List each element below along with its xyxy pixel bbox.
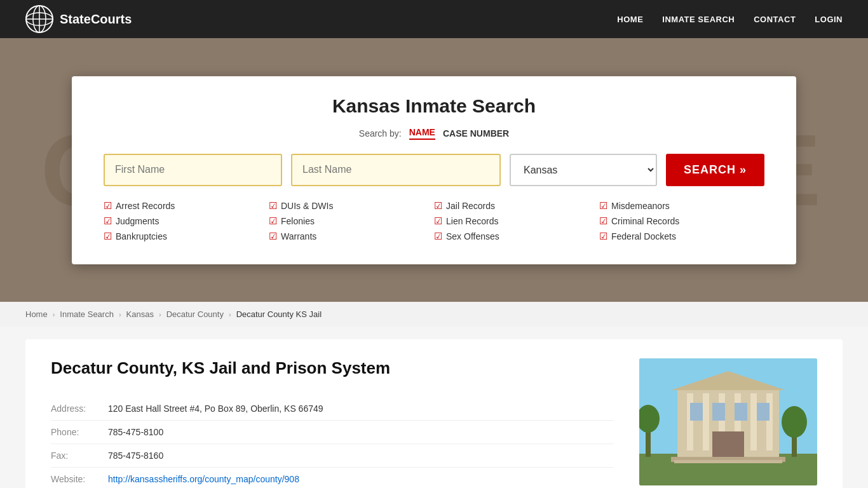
search-by-label: Search by: bbox=[359, 128, 402, 139]
svg-point-10 bbox=[782, 406, 807, 438]
svg-rect-20 bbox=[712, 403, 725, 421]
check-label: Warrants bbox=[281, 231, 316, 241]
nav-inmate-search[interactable]: INMATE SEARCH bbox=[662, 15, 735, 24]
svg-rect-14 bbox=[703, 393, 709, 451]
check-icon: ☑ bbox=[599, 215, 607, 227]
check-icon: ☑ bbox=[434, 215, 442, 227]
search-card: Kansas Inmate Search Search by: NAME CAS… bbox=[72, 76, 796, 264]
table-row-fax: Fax: 785-475-8160 bbox=[51, 444, 614, 468]
website-value: http://kansassheriffs.org/county_map/cou… bbox=[108, 468, 614, 489]
breadcrumb-inmate-search[interactable]: Inmate Search bbox=[60, 309, 114, 319]
logo-area: StateCourts bbox=[25, 5, 132, 33]
chevron-icon-2: › bbox=[119, 311, 121, 318]
check-icon: ☑ bbox=[599, 200, 607, 212]
header: StateCourts HOME INMATE SEARCH CONTACT L… bbox=[0, 0, 868, 38]
nav-home[interactable]: HOME bbox=[617, 15, 643, 24]
check-icon: ☑ bbox=[104, 231, 112, 242]
breadcrumb-kansas[interactable]: Kansas bbox=[126, 309, 154, 319]
check-label: Federal Dockets bbox=[611, 231, 676, 241]
breadcrumb-decatur-county[interactable]: Decatur County bbox=[166, 309, 224, 319]
fax-value: 785-475-8160 bbox=[108, 444, 614, 468]
fax-label: Fax: bbox=[51, 444, 108, 468]
check-label: Sex Offenses bbox=[446, 231, 499, 241]
chevron-icon-4: › bbox=[229, 311, 231, 318]
check-label: Misdemeanors bbox=[611, 201, 670, 211]
check-label: Judgments bbox=[116, 216, 159, 226]
check-label: Bankruptcies bbox=[116, 231, 167, 241]
check-icon: ☑ bbox=[269, 200, 277, 212]
main-content: Decatur County, KS Jail and Prison Syste… bbox=[0, 327, 868, 488]
tab-name[interactable]: NAME bbox=[409, 127, 435, 140]
logo-icon bbox=[25, 5, 53, 33]
svg-rect-21 bbox=[735, 403, 747, 421]
search-by-row: Search by: NAME CASE NUMBER bbox=[104, 127, 764, 140]
nav-contact[interactable]: CONTACT bbox=[754, 15, 796, 24]
check-label: Jail Records bbox=[446, 201, 495, 211]
tab-case-number[interactable]: CASE NUMBER bbox=[443, 128, 509, 139]
check-label: DUIs & DWIs bbox=[281, 201, 333, 211]
facility-title: Decatur County, KS Jail and Prison Syste… bbox=[51, 358, 614, 378]
svg-rect-18 bbox=[766, 393, 773, 451]
website-label: Website: bbox=[51, 468, 108, 489]
check-label: Criminal Records bbox=[611, 216, 679, 226]
last-name-input[interactable] bbox=[291, 154, 501, 186]
address-value: 120 East Hall Street #4, Po Box 89, Ober… bbox=[108, 397, 614, 421]
address-label: Address: bbox=[51, 397, 108, 421]
first-name-input[interactable] bbox=[104, 154, 282, 186]
checks-grid: ☑Arrest Records☑DUIs & DWIs☑Jail Records… bbox=[104, 200, 764, 242]
nav-login[interactable]: LOGIN bbox=[815, 15, 843, 24]
state-select[interactable]: Kansas Alabama Alaska Arizona Arkansas C… bbox=[510, 154, 657, 186]
facility-info-table: Address: 120 East Hall Street #4, Po Box… bbox=[51, 397, 614, 488]
check-icon: ☑ bbox=[434, 200, 442, 212]
phone-label: Phone: bbox=[51, 421, 108, 444]
svg-rect-23 bbox=[712, 431, 744, 457]
check-label: Lien Records bbox=[446, 216, 499, 226]
check-item: ☑DUIs & DWIs bbox=[269, 200, 434, 212]
svg-rect-13 bbox=[687, 393, 693, 451]
search-button[interactable]: SEARCH » bbox=[666, 154, 764, 186]
table-row-phone: Phone: 785-475-8100 bbox=[51, 421, 614, 444]
check-icon: ☑ bbox=[269, 231, 277, 242]
breadcrumb-home[interactable]: Home bbox=[25, 309, 48, 319]
check-item: ☑Arrest Records bbox=[104, 200, 269, 212]
check-icon: ☑ bbox=[269, 215, 277, 227]
check-label: Felonies bbox=[281, 216, 315, 226]
svg-rect-19 bbox=[690, 403, 703, 421]
check-icon: ☑ bbox=[434, 231, 442, 242]
check-icon: ☑ bbox=[104, 200, 112, 212]
check-item: ☑Judgments bbox=[104, 215, 269, 227]
svg-rect-22 bbox=[757, 403, 770, 421]
chevron-icon-1: › bbox=[53, 311, 55, 318]
content-card: Decatur County, KS Jail and Prison Syste… bbox=[25, 339, 843, 488]
check-item: ☑Jail Records bbox=[434, 200, 599, 212]
search-title: Kansas Inmate Search bbox=[104, 95, 764, 117]
main-nav: HOME INMATE SEARCH CONTACT LOGIN bbox=[617, 15, 843, 24]
svg-rect-17 bbox=[750, 393, 757, 451]
check-item: ☑Sex Offenses bbox=[434, 231, 599, 242]
content-right bbox=[639, 358, 817, 488]
website-link[interactable]: http://kansassheriffs.org/county_map/cou… bbox=[108, 474, 299, 484]
breadcrumb-current: Decatur County KS Jail bbox=[236, 309, 322, 319]
check-item: ☑Criminal Records bbox=[599, 215, 764, 227]
logo-text: StateCourts bbox=[60, 12, 132, 27]
hero-section: COURTHOUSE Kansas Inmate Search Search b… bbox=[0, 38, 868, 302]
table-row-address: Address: 120 East Hall Street #4, Po Box… bbox=[51, 397, 614, 421]
check-icon: ☑ bbox=[104, 215, 112, 227]
check-label: Arrest Records bbox=[116, 201, 175, 211]
building-svg bbox=[639, 358, 817, 485]
building-photo bbox=[639, 358, 817, 485]
check-item: ☑Bankruptcies bbox=[104, 231, 269, 242]
chevron-icon-3: › bbox=[159, 311, 161, 318]
check-item: ☑Federal Dockets bbox=[599, 231, 764, 242]
breadcrumb: Home › Inmate Search › Kansas › Decatur … bbox=[0, 302, 868, 327]
phone-value: 785-475-8100 bbox=[108, 421, 614, 444]
search-inputs: Kansas Alabama Alaska Arizona Arkansas C… bbox=[104, 154, 764, 186]
check-item: ☑Felonies bbox=[269, 215, 434, 227]
check-item: ☑Lien Records bbox=[434, 215, 599, 227]
check-icon: ☑ bbox=[599, 231, 607, 242]
svg-rect-25 bbox=[674, 460, 782, 463]
check-item: ☑Warrants bbox=[269, 231, 434, 242]
content-left: Decatur County, KS Jail and Prison Syste… bbox=[51, 358, 614, 488]
table-row-website: Website: http://kansassheriffs.org/count… bbox=[51, 468, 614, 489]
check-item: ☑Misdemeanors bbox=[599, 200, 764, 212]
